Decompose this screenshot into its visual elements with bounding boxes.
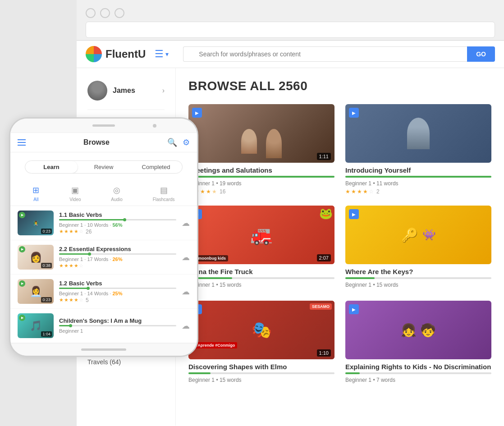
video-thumb-introducing: ▶ xyxy=(345,104,491,163)
phone-tab-review[interactable]: Review xyxy=(78,161,130,173)
logo-text: FluentU xyxy=(105,48,146,60)
search-input[interactable] xyxy=(183,46,467,62)
profile-name: James xyxy=(113,87,135,95)
phone-camera xyxy=(153,124,156,128)
list-title-0: 1.1 Basic Verbs xyxy=(59,211,176,218)
video-card-elmo[interactable]: 🎭 SESAMO ▶ Aprende #Conmigo 1:10 ▶ Disco… xyxy=(188,301,334,385)
video-thumb-rights: 👧 🧒 ▶ xyxy=(345,301,491,359)
list-info-2: 1.2 Basic Verbs Beginner 1 · 14 Words · … xyxy=(59,280,176,303)
download-icon-0[interactable]: ☁ xyxy=(182,218,190,228)
phone-header: Browse 🔍 ⚙ xyxy=(10,133,197,152)
phone-header-icons: 🔍 ⚙ xyxy=(167,137,190,147)
profile-arrow[interactable]: › xyxy=(162,87,165,95)
app-header: FluentU ☰ ▾ 🔍 GO xyxy=(77,41,504,68)
play-icon-rights[interactable]: ▶ xyxy=(349,304,359,314)
browser-chrome xyxy=(77,0,504,41)
browse-title: BROWSE ALL 2560 xyxy=(188,79,491,93)
address-bar[interactable] xyxy=(86,22,495,38)
sesamo-badge: SESAMO xyxy=(310,303,332,310)
video-meta-keys: Beginner 1 • 15 words xyxy=(345,282,491,288)
play-icon-introducing[interactable]: ▶ xyxy=(349,108,359,118)
list-progress-dot-3 xyxy=(69,324,72,327)
progress-bar-elmo xyxy=(188,372,334,374)
view-tab-video[interactable]: ▣ Video xyxy=(69,185,81,202)
play-icon-keys[interactable]: ▶ xyxy=(349,209,359,219)
video-stars-greetings: ★★★★★ 16 xyxy=(188,188,334,195)
avatar-image xyxy=(87,81,107,101)
download-icon-2[interactable]: ☁ xyxy=(182,287,190,297)
progress-fill-keys xyxy=(345,277,375,279)
list-progress-dot-1 xyxy=(88,252,91,256)
phone-view-tabs: ⊞ All ▣ Video ◎ Audio ▤ Flashcards xyxy=(10,182,197,206)
phone-title: Browse xyxy=(83,138,110,147)
browser-maximize[interactable] xyxy=(115,8,124,18)
video-grid: 1:11 ▶ Greetings and Salutations Beginne… xyxy=(188,104,491,385)
hamburger-button[interactable]: ☰ ▾ xyxy=(155,48,169,60)
video-info-keys: Where Are the Keys? Beginner 1 • 15 word… xyxy=(345,268,491,288)
video-card-introducing[interactable]: ▶ Introducing Yourself Beginner 1 • 11 w… xyxy=(345,104,491,195)
search-container: 🔍 GO xyxy=(183,46,495,62)
logo: FluentU xyxy=(86,46,146,62)
progress-fill-rights xyxy=(345,372,360,374)
list-play-2: ▶ xyxy=(19,280,25,287)
video-meta-fiona: Beginner 1 • 15 words xyxy=(188,282,334,288)
progress-bar-fiona xyxy=(188,277,334,279)
hamburger-icon: ☰ xyxy=(155,48,164,60)
video-title-fiona: Fiona the Fire Truck xyxy=(188,268,334,275)
video-card-keys[interactable]: 🔑 👾 ▶ Where Are the Keys? Beginner 1 • 1… xyxy=(345,206,491,290)
go-button[interactable]: GO xyxy=(467,46,495,62)
list-play-3: ▶ xyxy=(19,315,25,321)
progress-bar-introducing xyxy=(345,176,491,178)
list-thumb-1: 👩 0:38 ▶ xyxy=(18,245,54,270)
video-thumb-elmo: 🎭 SESAMO ▶ Aprende #Conmigo 1:10 ▶ xyxy=(188,301,334,359)
phone-menu-button[interactable] xyxy=(18,139,26,146)
video-card-greetings[interactable]: 1:11 ▶ Greetings and Salutations Beginne… xyxy=(188,104,334,195)
list-stars-0: ★★★★☆ 26 xyxy=(59,229,176,235)
duration-badge-elmo: 1:10 xyxy=(317,349,331,357)
download-icon-3[interactable]: ☁ xyxy=(182,321,190,331)
phone-filter-icon[interactable]: ⚙ xyxy=(183,137,190,147)
view-tab-all[interactable]: ⊞ All xyxy=(32,185,39,202)
browser-minimize[interactable] xyxy=(100,8,110,18)
list-item-1[interactable]: 👩 0:38 ▶ 2.2 Essential Expressions Begin… xyxy=(10,240,197,275)
phone-tab-learn[interactable]: Learn xyxy=(25,161,78,173)
video-card-rights[interactable]: 👧 🧒 ▶ Explaining Rights to Kids - No Dis… xyxy=(345,301,491,385)
list-play-0: ▶ xyxy=(19,212,25,218)
view-tab-audio[interactable]: ◎ Audio xyxy=(111,185,123,202)
view-tab-flashcards[interactable]: ▤ Flashcards xyxy=(153,185,175,202)
video-title-greetings: Greetings and Salutations xyxy=(188,166,334,174)
download-icon-1[interactable]: ☁ xyxy=(182,252,190,262)
video-icon: ▣ xyxy=(71,185,79,195)
video-card-fiona[interactable]: 🚒 🐸 2:07 m moonbug kids ▶ Fiona the Fire… xyxy=(188,206,334,290)
progress-bar-keys xyxy=(345,277,491,279)
list-progress-dot-2 xyxy=(87,287,90,290)
list-item-2[interactable]: 👩‍💼 0:23 ▶ 1.2 Basic Verbs Beginner 1 · … xyxy=(10,275,197,309)
phone-search-icon[interactable]: 🔍 xyxy=(167,137,177,147)
list-item-3[interactable]: 🎵 1:04 ▶ Children's Songs: I Am a Mug Be… xyxy=(10,309,197,343)
avatar xyxy=(87,81,107,101)
play-icon-greetings[interactable]: ▶ xyxy=(192,108,202,118)
list-meta-3: Beginner 1 xyxy=(59,328,176,334)
video-meta-greetings: Beginner 1 • 19 words xyxy=(188,180,334,187)
video-stars-introducing: ★★★★☆ 2 xyxy=(345,188,491,195)
profile-section: James › xyxy=(87,77,165,110)
video-title-introducing: Introducing Yourself xyxy=(345,166,491,174)
list-info-1: 2.2 Essential Expressions Beginner 1 · 1… xyxy=(59,246,176,269)
list-meta-1: Beginner 1 · 17 Words · 26% xyxy=(59,257,176,262)
list-progress-fill-3 xyxy=(59,325,71,326)
progress-fill-greetings xyxy=(188,176,334,178)
list-stars-2: ★★★★☆ 5 xyxy=(59,297,176,303)
phone-tab-completed[interactable]: Completed xyxy=(130,161,182,173)
video-info-fiona: Fiona the Fire Truck Beginner 1 • 15 wor… xyxy=(188,268,334,288)
topic-travels[interactable]: Travels (64) xyxy=(87,356,165,368)
phone-main-tabs: Learn Review Completed xyxy=(10,152,197,182)
list-item-0[interactable]: 👨‍🏫 0:23 ▶ 1.1 Basic Verbs Beginner 1 · … xyxy=(10,206,197,240)
phone-home-bar xyxy=(10,343,197,356)
phone-mockup: Browse 🔍 ⚙ Learn Review Completed ⊞ All … xyxy=(9,117,198,357)
browser-close[interactable] xyxy=(86,8,96,18)
list-title-1: 2.2 Essential Expressions xyxy=(59,246,176,252)
home-indicator xyxy=(81,348,126,351)
list-info-0: 1.1 Basic Verbs Beginner 1 · 10 Words · … xyxy=(59,211,176,235)
list-progress-fill-2 xyxy=(59,288,88,289)
list-duration-1: 0:38 xyxy=(41,263,52,268)
